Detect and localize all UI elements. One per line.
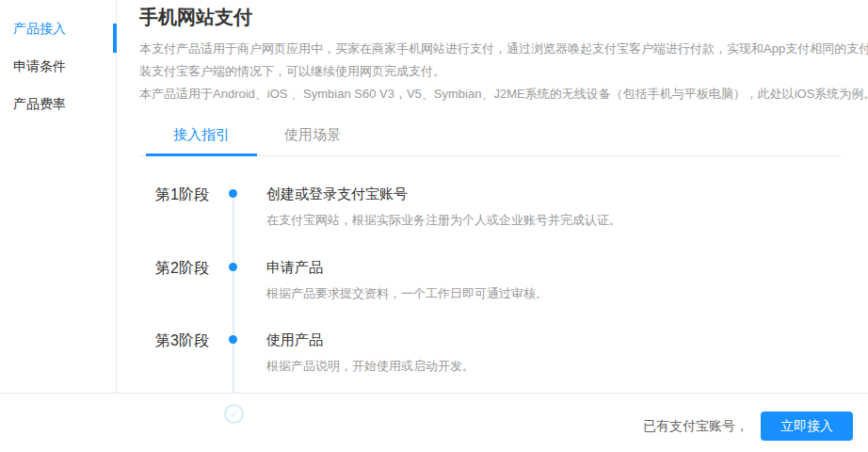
product-description: 本支付产品适用于商户网页应用中，买家在商家手机网站进行支付，通过浏览器唤起支付宝… (139, 38, 868, 105)
stage-2: 第2阶段 申请产品 根据产品要求提交资料，一个工作日即可通过审核。 (139, 259, 798, 325)
stage-3: 第3阶段 使用产品 根据产品说明，开始使用或启动开发。 (139, 331, 798, 397)
description-line: 本支付产品适用于商户网页应用中，买家在商家手机网站进行支付，通过浏览器唤起支付宝… (139, 38, 868, 60)
sidebar-active-indicator (113, 24, 117, 53)
sidebar-item-product-access[interactable]: 产品接入 (0, 9, 116, 47)
stage-description: 在支付宝网站，根据实际业务注册为个人或企业账号并完成认证。 (266, 212, 621, 229)
page-title: 手机网站支付 (139, 5, 252, 30)
stage-dot (229, 189, 237, 198)
check-circle-icon: ✓ (224, 404, 244, 424)
stage-dot (229, 335, 237, 344)
sidebar: 产品接入 申请条件 产品费率 (0, 0, 117, 393)
tab-bar: 接入指引 使用场景 (139, 115, 841, 156)
stage-description: 根据产品说明，开始使用或启动开发。 (266, 358, 474, 375)
sidebar-item-product-rates[interactable]: 产品费率 (0, 85, 116, 122)
tab-usage-scenarios[interactable]: 使用场景 (257, 115, 368, 156)
description-line: 本产品适用于Android、iOS 、Symbian S60 V3，V5、Sym… (139, 83, 868, 105)
existing-account-prompt: 已有支付宝账号， (643, 418, 748, 435)
footer-divider (0, 393, 868, 394)
stage-title: 创建或登录支付宝账号 (266, 186, 408, 203)
stage-title: 使用产品 (266, 331, 323, 349)
footer-actions: 已有支付宝账号， 立即接入 (643, 412, 853, 441)
stage-description: 根据产品要求提交资料，一个工作日即可通过审核。 (266, 285, 548, 302)
access-now-button[interactable]: 立即接入 (761, 412, 853, 441)
stage-label: 第1阶段 (155, 186, 209, 205)
stage-1: 第1阶段 创建或登录支付宝账号 在支付宝网站，根据实际业务注册为个人或企业账号并… (139, 186, 798, 251)
tab-access-guide[interactable]: 接入指引 (146, 115, 257, 156)
page: 产品接入 申请条件 产品费率 手机网站支付 本支付产品适用于商户网页应用中，买家… (0, 0, 868, 452)
sidebar-item-application-conditions[interactable]: 申请条件 (0, 47, 116, 85)
stage-title: 申请产品 (266, 259, 323, 277)
stage-dot (229, 263, 237, 271)
stage-label: 第3阶段 (155, 331, 209, 351)
description-line: 装支付宝客户端的情况下，可以继续使用网页完成支付。 (139, 60, 868, 83)
stage-label: 第2阶段 (155, 259, 209, 279)
